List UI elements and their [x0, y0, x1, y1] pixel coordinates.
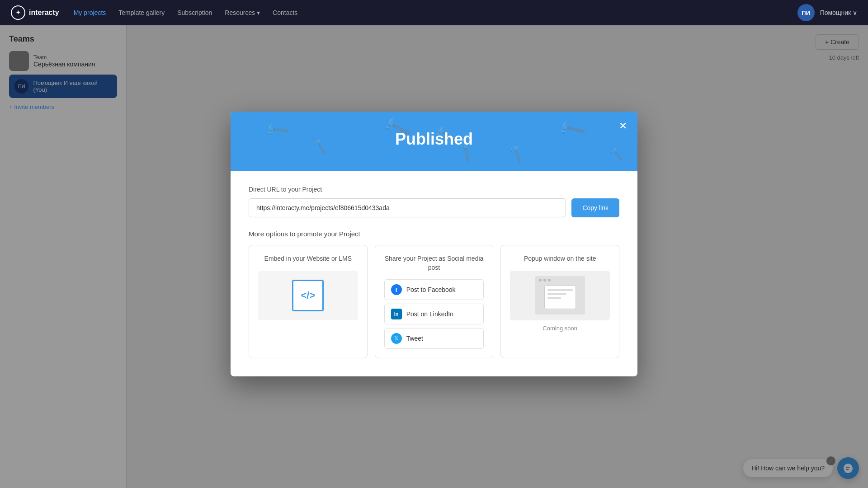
- embed-card-title: Embed in your Website or LMS: [258, 254, 358, 263]
- popup-dots: [539, 279, 551, 282]
- nav-subscription[interactable]: Subscription: [177, 9, 212, 16]
- twitter-share-button[interactable]: 𝕏 Tweet: [384, 328, 484, 349]
- popup-card: Popup window on the site: [500, 245, 619, 358]
- popup-outer-frame: [535, 276, 585, 314]
- logo-icon: ✦: [11, 5, 25, 20]
- navbar: ✦ interacty My projects Template gallery…: [0, 0, 868, 25]
- url-section-label: Direct URL to your Project: [249, 186, 619, 193]
- url-input[interactable]: [249, 198, 566, 217]
- options-grid: Embed in your Website or LMS </> Share y…: [249, 245, 619, 358]
- modal-header: 🔨 🔨 🔨 🔨 🔨 🔨 🔨 🔨 Published ✕: [231, 112, 637, 171]
- facebook-share-button[interactable]: f Post to Facebook: [384, 279, 484, 300]
- nav-template-gallery[interactable]: Template gallery: [118, 9, 165, 16]
- popup-preview: [510, 271, 610, 320]
- twitter-icon: 𝕏: [391, 333, 402, 344]
- dot-2: [543, 279, 546, 282]
- url-row: Copy link: [249, 198, 619, 217]
- nav-right: ПИ Помощник ∨: [797, 4, 857, 21]
- app-logo: ✦ interacty: [11, 5, 59, 20]
- popup-bar-2: [547, 293, 566, 295]
- dot-1: [539, 279, 542, 282]
- modal-title: Published: [249, 130, 619, 149]
- modal-close-button[interactable]: ✕: [616, 119, 630, 133]
- popup-bar-1: [547, 289, 573, 291]
- embed-inner: </>: [292, 280, 324, 311]
- linkedin-icon: in: [391, 309, 402, 319]
- copy-link-button[interactable]: Copy link: [571, 198, 619, 217]
- nav-resources[interactable]: Resources ▾: [225, 9, 260, 16]
- social-card-title: Share your Project as Social media post: [384, 254, 484, 272]
- linkedin-share-button[interactable]: in Post on LinkedIn: [384, 304, 484, 324]
- published-modal: 🔨 🔨 🔨 🔨 🔨 🔨 🔨 🔨 Published ✕ Direct URL t…: [231, 112, 637, 376]
- modal-body: Direct URL to your Project Copy link Mor…: [231, 171, 637, 376]
- nav-my-projects[interactable]: My projects: [74, 9, 106, 16]
- nav-contacts[interactable]: Contacts: [273, 9, 297, 16]
- dot-3: [548, 279, 551, 282]
- promote-label: More options to promote your Project: [249, 230, 619, 238]
- nav-links: My projects Template gallery Subscriptio…: [74, 9, 783, 16]
- embed-card: Embed in your Website or LMS </>: [249, 245, 368, 358]
- embed-preview: </>: [258, 271, 358, 320]
- popup-card-title: Popup window on the site: [510, 254, 610, 263]
- twitter-label: Tweet: [406, 335, 423, 342]
- user-name[interactable]: Помощник ∨: [820, 9, 857, 16]
- social-card: Share your Project as Social media post …: [375, 245, 494, 358]
- deco-hammer-8: 🔨: [609, 147, 625, 163]
- facebook-icon: f: [391, 284, 402, 295]
- popup-bar-3: [547, 297, 561, 299]
- coming-soon-text: Coming soon: [510, 325, 610, 332]
- user-avatar[interactable]: ПИ: [797, 4, 815, 21]
- popup-inner-frame: [544, 286, 576, 309]
- logo-text: interacty: [29, 9, 59, 17]
- linkedin-label: Post on LinkedIn: [406, 310, 453, 318]
- facebook-label: Post to Facebook: [406, 286, 456, 293]
- code-icon: </>: [301, 290, 315, 301]
